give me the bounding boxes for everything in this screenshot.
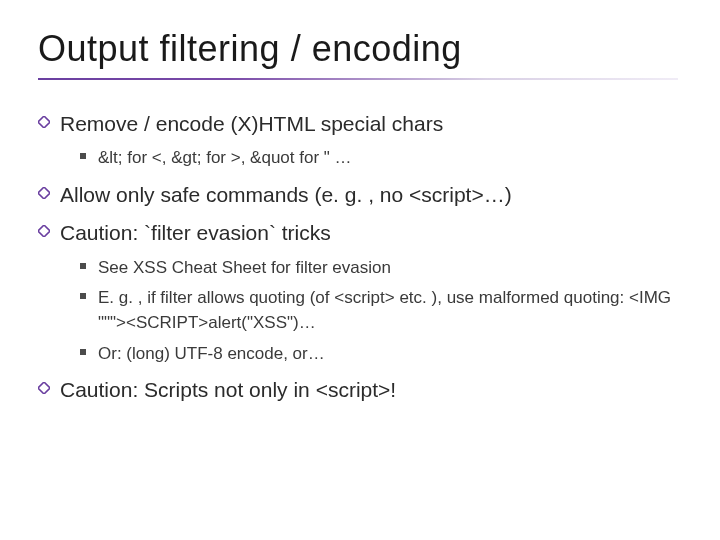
slide-title: Output filtering / encoding [38, 28, 682, 70]
bullet-level1: Remove / encode (X)HTML special chars [38, 110, 682, 138]
diamond-bullet-icon [38, 116, 50, 128]
diamond-bullet-icon [38, 225, 50, 237]
bullet-text: Caution: `filter evasion` tricks [60, 221, 331, 244]
bullet-text: E. g. , if filter allows quoting (of <sc… [98, 288, 671, 332]
bullet-text: Caution: Scripts not only in <script>! [60, 378, 396, 401]
square-bullet-icon [80, 349, 86, 355]
slide-content: Remove / encode (X)HTML special chars &l… [38, 110, 682, 405]
bullet-text: &lt; for <, &gt; for >, &quot for " … [98, 148, 352, 167]
bullet-group-3: Caution: `filter evasion` tricks See XSS… [38, 219, 682, 366]
square-bullet-icon [80, 153, 86, 159]
bullet-text: Allow only safe commands (e. g. , no <sc… [60, 183, 512, 206]
bullet-level2: See XSS Cheat Sheet for filter evasion [38, 256, 682, 281]
bullet-group-1: Remove / encode (X)HTML special chars &l… [38, 110, 682, 171]
bullet-level1: Caution: Scripts not only in <script>! [38, 376, 682, 404]
diamond-bullet-icon [38, 187, 50, 199]
svg-marker-3 [38, 382, 50, 394]
bullet-group-2: Allow only safe commands (e. g. , no <sc… [38, 181, 682, 209]
diamond-bullet-icon [38, 382, 50, 394]
bullet-level2: Or: (long) UTF-8 encode, or… [38, 342, 682, 367]
svg-marker-2 [38, 225, 50, 237]
bullet-level2: &lt; for <, &gt; for >, &quot for " … [38, 146, 682, 171]
title-underline [38, 78, 678, 80]
bullet-group-4: Caution: Scripts not only in <script>! [38, 376, 682, 404]
bullet-text: See XSS Cheat Sheet for filter evasion [98, 258, 391, 277]
square-bullet-icon [80, 293, 86, 299]
bullet-level1: Allow only safe commands (e. g. , no <sc… [38, 181, 682, 209]
square-bullet-icon [80, 263, 86, 269]
svg-marker-1 [38, 187, 50, 199]
bullet-text: Or: (long) UTF-8 encode, or… [98, 344, 325, 363]
slide: Output filtering / encoding Remove / enc… [0, 0, 720, 540]
svg-marker-0 [38, 116, 50, 128]
bullet-text: Remove / encode (X)HTML special chars [60, 112, 443, 135]
bullet-level1: Caution: `filter evasion` tricks [38, 219, 682, 247]
bullet-level2: E. g. , if filter allows quoting (of <sc… [38, 286, 682, 335]
